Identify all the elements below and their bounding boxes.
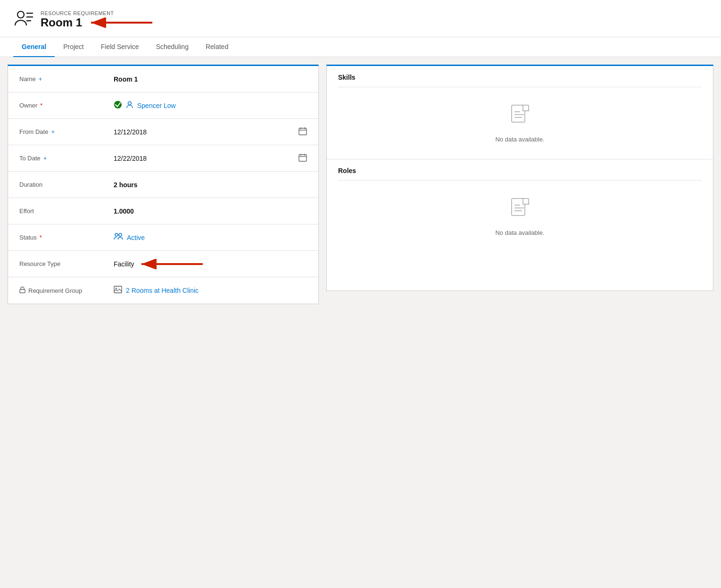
svg-rect-24 bbox=[523, 105, 529, 111]
header-subtitle: RESOURCE REQUIREMENT bbox=[41, 10, 155, 16]
req-group-image-icon bbox=[114, 286, 122, 295]
from-date-calendar-icon[interactable] bbox=[298, 127, 307, 137]
page-title: Room 1 bbox=[41, 16, 82, 29]
green-check-icon bbox=[114, 100, 122, 111]
resource-type-arrow bbox=[139, 259, 205, 269]
required-marker-name: + bbox=[39, 75, 42, 83]
label-requirement-group: Requirement Group bbox=[19, 286, 114, 295]
roles-no-data-text: No data available. bbox=[495, 229, 544, 236]
required-marker-from-date: + bbox=[51, 128, 55, 135]
label-resource-type: Resource Type bbox=[19, 260, 114, 267]
field-to-date: To Date + 12/22/2018 bbox=[8, 145, 318, 172]
owner-name[interactable]: Spencer Low bbox=[137, 102, 176, 109]
label-to-date: To Date + bbox=[19, 155, 114, 162]
roles-section: Roles No data available. bbox=[327, 159, 713, 252]
status-text: Active bbox=[127, 234, 145, 241]
req-group-value-row: 2 Rooms at Health Clinic bbox=[114, 286, 307, 295]
roles-no-data: No data available. bbox=[338, 184, 702, 245]
roles-document-icon bbox=[510, 198, 530, 224]
value-resource-type[interactable]: Facility bbox=[114, 259, 307, 269]
field-duration: Duration 2 hours bbox=[8, 172, 318, 198]
svg-rect-21 bbox=[114, 286, 122, 293]
required-marker-owner: * bbox=[40, 102, 42, 109]
skills-document-icon bbox=[510, 104, 530, 130]
svg-rect-12 bbox=[299, 155, 307, 161]
main-content: Name + Room 1 Owner * Spencer Low bbox=[0, 57, 721, 312]
svg-point-7 bbox=[128, 101, 132, 105]
value-requirement-group[interactable]: 2 Rooms at Health Clinic bbox=[114, 286, 307, 295]
req-group-label-content: Requirement Group bbox=[19, 286, 82, 295]
tab-project[interactable]: Project bbox=[55, 37, 92, 57]
label-duration: Duration bbox=[19, 181, 114, 188]
field-effort: Effort 1.0000 bbox=[8, 198, 318, 224]
header-title-row: Room 1 bbox=[41, 16, 155, 29]
field-status: Status * Active bbox=[8, 224, 318, 251]
label-status: Status * bbox=[19, 234, 114, 241]
to-date-row: 12/22/2018 bbox=[114, 153, 307, 164]
skills-section: Skills No data available. bbox=[327, 66, 713, 159]
left-form-panel: Name + Room 1 Owner * Spencer Low bbox=[8, 65, 319, 304]
field-name: Name + Room 1 bbox=[8, 66, 318, 92]
value-effort[interactable]: 1.0000 bbox=[114, 207, 307, 215]
svg-point-17 bbox=[119, 233, 122, 236]
field-owner: Owner * Spencer Low bbox=[8, 92, 318, 119]
person-icon bbox=[126, 101, 133, 110]
value-status[interactable]: Active bbox=[114, 232, 307, 243]
svg-point-16 bbox=[115, 233, 118, 236]
required-marker-to-date: + bbox=[43, 155, 47, 162]
resource-type-text: Facility bbox=[114, 260, 134, 268]
tab-bar: General Project Field Service Scheduling… bbox=[0, 37, 721, 57]
from-date-text: 12/12/2018 bbox=[114, 128, 147, 136]
value-from-date[interactable]: 12/12/2018 bbox=[114, 127, 307, 137]
value-duration[interactable]: 2 hours bbox=[114, 181, 307, 189]
label-effort: Effort bbox=[19, 207, 114, 215]
value-owner[interactable]: Spencer Low bbox=[114, 100, 307, 111]
header-text-block: RESOURCE REQUIREMENT Room 1 bbox=[41, 10, 155, 29]
skills-no-data-text: No data available. bbox=[495, 136, 544, 143]
skills-title: Skills bbox=[338, 74, 702, 81]
to-date-calendar-icon[interactable] bbox=[298, 153, 307, 164]
page-header: RESOURCE REQUIREMENT Room 1 bbox=[0, 0, 721, 37]
value-name[interactable]: Room 1 bbox=[114, 75, 307, 83]
skills-no-data: No data available. bbox=[338, 91, 702, 151]
requirement-group-link[interactable]: 2 Rooms at Health Clinic bbox=[126, 287, 199, 294]
resource-type-arrow-container: Facility bbox=[114, 259, 307, 269]
value-to-date[interactable]: 12/22/2018 bbox=[114, 153, 307, 164]
tab-scheduling[interactable]: Scheduling bbox=[148, 37, 197, 57]
owner-row: Spencer Low bbox=[114, 100, 307, 111]
svg-point-0 bbox=[17, 11, 24, 18]
label-owner: Owner * bbox=[19, 102, 114, 109]
status-group-icon bbox=[114, 232, 123, 243]
roles-title: Roles bbox=[338, 167, 702, 174]
lock-icon bbox=[19, 286, 25, 295]
resource-requirement-icon bbox=[13, 8, 33, 31]
svg-rect-8 bbox=[299, 128, 307, 135]
from-date-row: 12/12/2018 bbox=[114, 127, 307, 137]
field-requirement-group: Requirement Group 2 Rooms at Health Clin… bbox=[8, 277, 318, 304]
tab-general[interactable]: General bbox=[13, 37, 55, 57]
required-marker-status: * bbox=[40, 234, 42, 241]
field-from-date: From Date + 12/12/2018 bbox=[8, 119, 318, 145]
svg-point-22 bbox=[116, 288, 117, 289]
svg-rect-29 bbox=[523, 199, 529, 204]
label-name: Name + bbox=[19, 75, 114, 83]
status-row: Active bbox=[114, 232, 307, 243]
tab-related[interactable]: Related bbox=[197, 37, 237, 57]
label-from-date: From Date + bbox=[19, 128, 114, 135]
arrow-annotation bbox=[89, 17, 155, 28]
field-resource-type: Resource Type Facility bbox=[8, 251, 318, 277]
right-panel: Skills No data available. Roles bbox=[326, 65, 713, 291]
tab-field-service[interactable]: Field Service bbox=[92, 37, 148, 57]
to-date-text: 12/22/2018 bbox=[114, 155, 147, 162]
svg-rect-20 bbox=[20, 290, 25, 293]
